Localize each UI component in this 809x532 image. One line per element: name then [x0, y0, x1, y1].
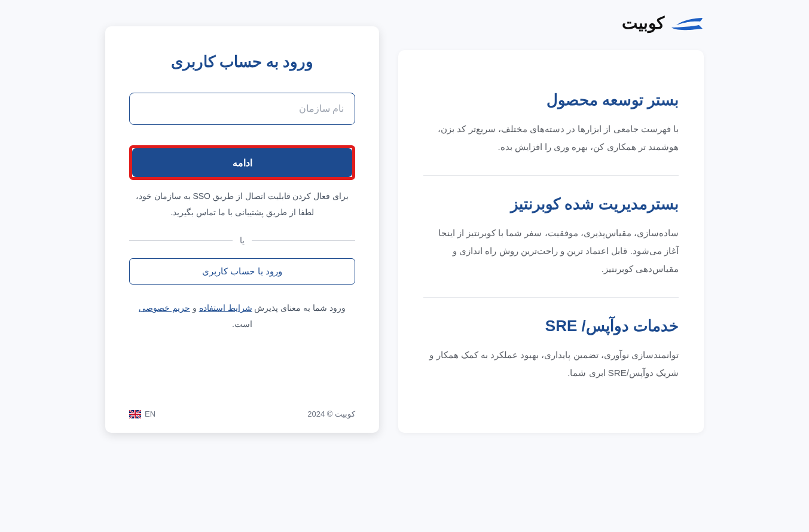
divider-line-left — [252, 240, 355, 241]
organization-input[interactable] — [129, 93, 355, 125]
terms-suffix: است. — [232, 319, 252, 329]
uk-flag-icon — [129, 410, 141, 418]
info-desc-2: ساده‌سازی، مقیاس‌پذیری، موفقیت، سفر شما … — [423, 224, 679, 278]
alt-login-button[interactable]: ورود با حساب کاربری — [129, 258, 355, 285]
info-title-3: خدمات دوآپس/ SRE — [423, 317, 679, 335]
card-footer: کوبیت © 2024 EN — [129, 409, 355, 418]
continue-button[interactable]: ادامه — [132, 148, 352, 177]
sso-note: برای فعال کردن قابلیت اتصال از طریق SSO … — [129, 188, 355, 220]
terms-text: ورود شما به معنای پذیرش شرایط استفاده و … — [129, 300, 355, 332]
login-title: ورود به حساب کاربری — [129, 53, 355, 71]
brand-name: کوبیت — [622, 13, 664, 33]
divider-label: یا — [240, 236, 245, 245]
terms-of-use-link[interactable]: شرایط استفاده — [199, 303, 252, 313]
boat-logo-icon — [670, 14, 704, 32]
language-switcher[interactable]: EN — [129, 409, 155, 418]
terms-prefix: ورود شما به معنای پذیرش — [252, 303, 346, 313]
info-title-2: بسترمدیریت شده کوبرنتیز — [423, 195, 679, 213]
terms-and: و — [190, 303, 199, 313]
marketing-panel: بستر توسعه محصول با فهرست جامعی از ابزار… — [398, 50, 704, 433]
org-input-wrap — [129, 93, 355, 125]
info-section-3: خدمات دوآپس/ SRE توانمندسازی نوآوری، تضم… — [423, 297, 679, 401]
info-desc-3: توانمندسازی نوآوری، تضمین پایداری، بهبود… — [423, 346, 679, 382]
divider-line-right — [129, 240, 233, 241]
info-desc-1: با فهرست جامعی از ابزارها در دسته‌های مخ… — [423, 120, 679, 156]
divider: یا — [129, 236, 355, 245]
brand-header: کوبیت — [622, 13, 704, 33]
info-section-1: بستر توسعه محصول با فهرست جامعی از ابزار… — [423, 80, 679, 175]
login-card: ورود به حساب کاربری ادامه برای فعال کردن… — [105, 26, 379, 433]
privacy-link[interactable]: حریم خصوصی — [139, 303, 190, 313]
info-section-2: بسترمدیریت شده کوبرنتیز ساده‌سازی، مقیاس… — [423, 175, 679, 297]
info-title-1: بستر توسعه محصول — [423, 91, 679, 109]
continue-highlight-box: ادامه — [129, 145, 355, 180]
language-label: EN — [145, 409, 155, 418]
copyright-text: کوبیت © 2024 — [307, 409, 355, 418]
